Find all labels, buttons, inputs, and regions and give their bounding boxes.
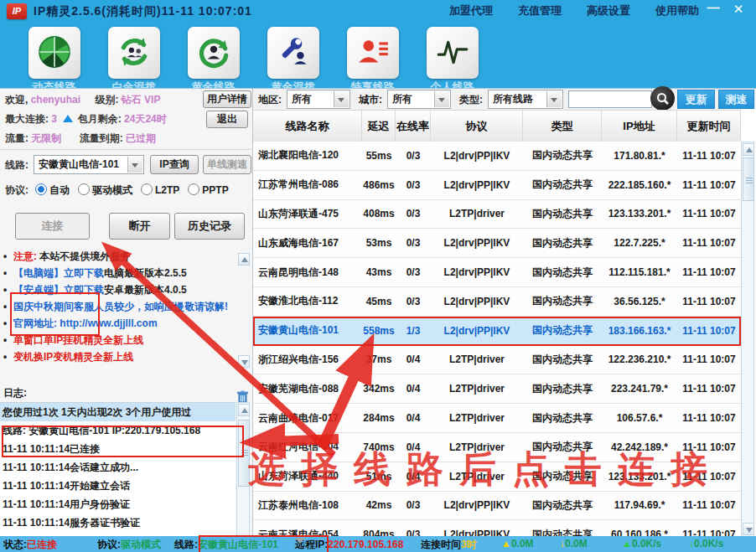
toolbar-button-radar[interactable] (28, 27, 80, 79)
table-scrollbar[interactable] (741, 142, 754, 537)
column-header-delay[interactable]: 延迟 (362, 111, 396, 142)
cell-time: 11-11 10:07 (677, 317, 741, 345)
notice-link[interactable]: 【安卓端】立即下载 (13, 284, 104, 296)
cell-ip: 106.57.6.* (602, 404, 677, 432)
cell-proto: L2TP|driver (431, 346, 523, 374)
radar-icon (37, 34, 72, 72)
notice-link[interactable]: 官网地址: http://www.djjlll.com (13, 317, 158, 329)
cell-delay: 740ms (362, 433, 396, 462)
chevron-down-icon[interactable] (334, 91, 349, 107)
cell-proto: L2TP|driver (431, 433, 523, 462)
cell-name: 云南曲靖电信-017 (253, 404, 362, 432)
cell-type: 国内动态共享 (523, 404, 602, 432)
city-select[interactable]: 所有 (387, 90, 451, 109)
notices-scroll-up[interactable] (238, 253, 250, 266)
cell-delay: 45ms (362, 287, 396, 316)
menu-item[interactable]: 加盟代理 (449, 3, 493, 18)
protocol-radio-驱动模式[interactable]: 驱动模式 (78, 184, 132, 196)
table-row[interactable]: 浙江绍兴电信-15637ms0/4L2TP|driver国内动态共享122.23… (253, 346, 741, 375)
toolbar-button-refresh-person[interactable] (188, 27, 240, 79)
table-row[interactable]: 云南玉溪电信-054804ms0/3L2|drv|PP|IKV国内动态共享60.… (253, 520, 741, 537)
table-row[interactable]: 安徽淮北电信-11245ms0/3L2|drv|PP|IKV国内动态共享36.5… (253, 287, 741, 317)
table-row[interactable]: 江苏常州电信-086486ms0/3L2|drv|PP|IKV国内动态共享222… (253, 171, 741, 200)
type-select[interactable]: 所有线路 (488, 90, 563, 109)
menu-item[interactable]: 充值管理 (518, 3, 562, 18)
toolbar-button-person-list[interactable] (347, 27, 399, 79)
log-scroll-thumb[interactable] (238, 420, 250, 487)
table-row[interactable]: 云南昆明电信-14843ms0/3L2|drv|PP|IKV国内动态共享112.… (253, 258, 741, 287)
log-scrollbar[interactable] (236, 402, 250, 537)
protocol-radio-L2TP[interactable]: L2TP (141, 184, 179, 196)
single-speedtest-button[interactable]: 单线测速 (203, 155, 251, 174)
column-header-time[interactable]: 更新时间 (677, 111, 741, 142)
refresh-button[interactable]: 更新 (677, 90, 715, 109)
toolbar-button-recycle-people[interactable] (108, 27, 160, 79)
cell-ip: 222.185.160.* (602, 171, 677, 199)
table-row[interactable]: 山东菏泽联通-475408ms0/3L2TP|driver国内动态共享123.1… (253, 200, 741, 230)
toolbar-button-heartbeat[interactable] (427, 27, 479, 79)
bullet-icon: • (3, 248, 13, 265)
toolbar-item: 白金混拨 (94, 27, 173, 95)
type-label: 类型: (459, 93, 483, 107)
column-header-ip[interactable]: IP地址 (602, 111, 677, 142)
notices-scroll-down[interactable] (238, 355, 250, 368)
protocol-radio-自动[interactable]: 自动 (35, 184, 70, 196)
table-row[interactable]: 安徽黄山电信-101558ms1/3L2|drv|PP|IKV国内动态共享183… (253, 317, 741, 346)
history-button[interactable]: 历史记录 (174, 213, 245, 240)
log-scroll-up[interactable] (238, 404, 250, 416)
column-header-type[interactable]: 类型 (523, 111, 602, 142)
table-row[interactable]: 山东菏泽联通-44051ms0/4L2TP|driver国内动态共享123.13… (253, 462, 741, 492)
table-scroll-up[interactable] (743, 143, 754, 156)
cell-delay: 53ms (362, 229, 396, 257)
log-label: 日志: (3, 386, 27, 400)
search-icon[interactable] (650, 86, 675, 111)
cell-proto: L2|drv|PP|IKV (431, 229, 523, 257)
notice-item: •单窗口单IP挂机精灵全新上线 (3, 332, 235, 348)
cell-online: 0/3 (396, 492, 431, 520)
user-detail-button[interactable]: 用户详情 (203, 90, 251, 108)
speedtest-button[interactable]: 测速 (718, 90, 754, 109)
table-scroll-down[interactable] (743, 523, 754, 535)
bullet-icon: • (3, 315, 13, 332)
menu-item[interactable]: 高级设置 (587, 3, 630, 18)
notice-link[interactable]: 【电脑端】立即下载 (13, 267, 104, 279)
arrow-icon: ▲ (501, 538, 511, 549)
cell-name: 山东菏泽联通-440 (253, 462, 362, 491)
log-line: 11-11 10:11:14服务器证书验证 (0, 513, 236, 532)
close-button[interactable]: ✕ (729, 2, 748, 17)
table-row[interactable]: 安徽芜湖电信-088342ms0/4L2TP|driver国内动态共享223.2… (253, 374, 741, 404)
region-select[interactable]: 所有 (287, 90, 350, 109)
status-value: 驱动模式 (121, 539, 161, 550)
arrow-icon: ▲ (622, 538, 632, 549)
ip-query-button[interactable]: IP查询 (150, 155, 199, 174)
chevron-down-icon[interactable] (127, 157, 142, 173)
line-select[interactable]: 安徽黄山电信-101 (34, 155, 144, 174)
disconnect-button[interactable]: 断开 (109, 213, 170, 240)
connect-button[interactable]: 连接 (15, 213, 90, 240)
column-header-proto[interactable]: 协议 (431, 111, 523, 142)
logout-button[interactable]: 退出 (206, 111, 248, 128)
cell-online: 0/4 (396, 433, 431, 462)
menu-item[interactable]: 使用帮助 (655, 3, 699, 18)
column-header-online[interactable]: 在线率 (396, 111, 431, 142)
toolbar-button-wrench-person[interactable] (267, 27, 319, 79)
protocol-radio-PPTP[interactable]: PPTP (188, 184, 228, 196)
table-scroll-thumb[interactable] (743, 157, 754, 201)
table-row[interactable]: 山东威海电信-16753ms0/3L2|drv|PP|IKV国内动态共享122.… (253, 229, 741, 258)
cell-time: 11-11 10:07 (677, 374, 741, 403)
cell-type: 国内动态共享 (523, 287, 602, 316)
table-row[interactable]: 湖北襄阳电信-12055ms0/3L2|drv|PP|IKV国内动态共享171.… (253, 142, 741, 171)
cell-time: 11-11 10:07 (677, 404, 741, 432)
table-row[interactable]: 云南红河电信-004740ms0/4L2TP|driver国内动态共享42.24… (253, 433, 741, 462)
table-row[interactable]: 江苏泰州电信-10842ms0/3L2|drv|PP|IKV国内动态共享117.… (253, 492, 741, 521)
city-label: 城市: (359, 93, 382, 107)
status-segment: 远程IP:220.179.105.168 (295, 538, 403, 552)
log-line: 11-11 10:11:14会话建立成功... (0, 458, 236, 477)
minimize-button[interactable]: — (704, 0, 722, 14)
chevron-down-icon[interactable] (546, 91, 562, 107)
table-row[interactable]: 云南曲靖电信-017284ms0/4L2TP|driver国内动态共享106.5… (253, 404, 741, 433)
chevron-down-icon[interactable] (434, 91, 449, 107)
column-header-name[interactable]: 线路名称 (253, 111, 362, 142)
search-input[interactable] (568, 90, 652, 108)
notice-item: •注意: 本站不提供境外服务 (3, 248, 235, 265)
